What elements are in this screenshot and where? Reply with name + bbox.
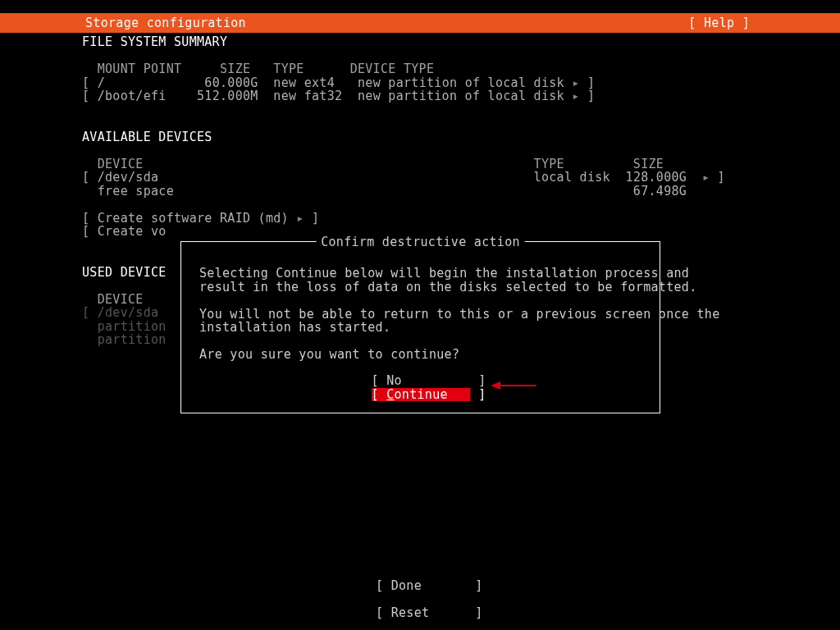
device-row[interactable]: [ /dev/sda local disk 128.000G ▸ ] xyxy=(82,170,725,185)
chevron-right-icon: ▸ xyxy=(296,211,304,226)
topbar-title: Storage configuration xyxy=(0,16,246,30)
dialog-body: Selecting Continue below will begin the … xyxy=(199,267,641,362)
chevron-right-icon: ▸ xyxy=(572,75,579,90)
annotation-arrow-icon xyxy=(491,381,536,390)
footer-buttons: [ Done ] [ Reset ] [ Back ] xyxy=(376,579,464,630)
col-device-used: DEVICE xyxy=(98,292,144,307)
confirm-dialog: Confirm destructive action Selecting Con… xyxy=(180,241,660,413)
chevron-right-icon: ▸ xyxy=(702,170,710,185)
used-row: partition xyxy=(82,332,167,347)
used-row: partition xyxy=(82,319,167,334)
svg-marker-1 xyxy=(491,381,500,390)
device-row: free space 67.498G xyxy=(82,184,687,199)
used-row: [ /dev/sda xyxy=(82,305,158,320)
col-type: TYPE xyxy=(273,62,304,76)
fs-row[interactable]: [ /boot/efi 512.000M new fat32 new parti… xyxy=(82,89,595,103)
used-heading: USED DEVICE xyxy=(82,265,167,280)
topbar: Storage configuration [ Help ] xyxy=(0,13,840,33)
col-devtype: DEVICE TYPE xyxy=(350,62,435,76)
done-button[interactable]: [ Done ] xyxy=(376,579,464,593)
no-button[interactable]: [ No ] xyxy=(372,374,470,388)
reset-button[interactable]: [ Reset ] xyxy=(376,606,464,620)
create-raid-button[interactable]: [ Create software RAID (md) ▸ ] xyxy=(82,211,319,226)
dialog-buttons: [ No ] [ Continue ] xyxy=(372,374,470,401)
chevron-right-icon: ▸ xyxy=(572,89,579,103)
col-device: DEVICE xyxy=(98,157,144,171)
fs-summary-heading: FILE SYSTEM SUMMARY xyxy=(82,34,227,49)
help-button[interactable]: [ Help ] xyxy=(688,16,840,30)
available-heading: AVAILABLE DEVICES xyxy=(82,130,212,144)
dialog-title: Confirm destructive action xyxy=(316,235,525,249)
col-size: SIZE xyxy=(220,62,250,76)
col-type2: TYPE xyxy=(534,157,564,171)
create-vo-button[interactable]: [ Create vo xyxy=(82,224,167,239)
continue-button[interactable]: [ Continue ] xyxy=(372,388,470,402)
fs-row[interactable]: [ / 60.000G new ext4 new partition of lo… xyxy=(82,75,595,90)
col-mount: MOUNT POINT xyxy=(98,62,182,76)
col-size2: SIZE xyxy=(633,157,664,171)
